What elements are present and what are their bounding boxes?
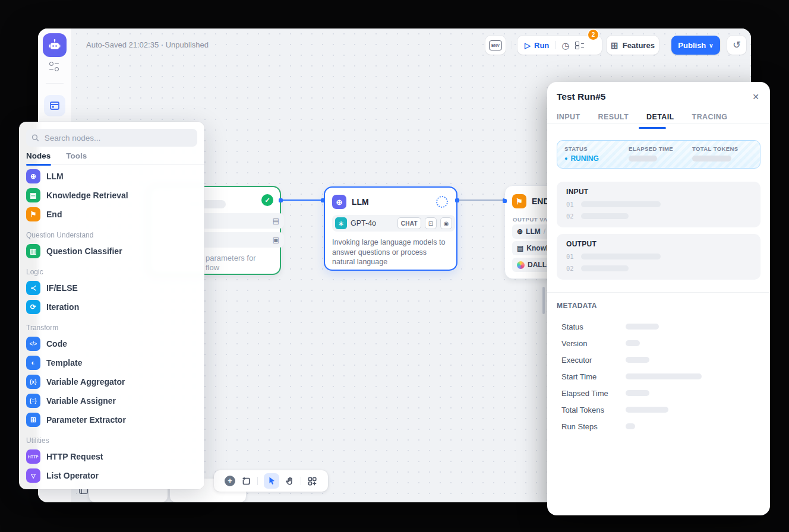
topbar-divider: [512, 41, 512, 49]
flag-icon: ⚑: [26, 207, 40, 221]
tab-result[interactable]: RESULT: [598, 113, 629, 121]
input-card: INPUT 01 02: [557, 182, 760, 227]
node-search-panel: Nodes Tools ⊕ LLM ▤ Knowledge Retrieval …: [19, 122, 204, 489]
node-item-knowledge-retrieval[interactable]: ▤ Knowledge Retrieval: [19, 186, 204, 205]
metadata-label: Version: [561, 339, 626, 348]
node-item-template[interactable]: ◐ Template: [19, 353, 204, 372]
search-input[interactable]: [43, 133, 192, 143]
node-item-list-operator[interactable]: ▽ List Operator: [19, 466, 204, 485]
branch-icon: ≺: [26, 281, 40, 295]
skeleton-bar: [581, 213, 629, 219]
node-panel-tabs: Nodes Tools: [26, 151, 87, 160]
version-history-button[interactable]: ↺: [727, 36, 746, 55]
success-check-icon: ✓: [261, 194, 273, 206]
skeleton-bar: [626, 357, 649, 363]
copy-icon: ▣: [273, 236, 279, 244]
notification-badge: 2: [588, 30, 598, 40]
tab-nodes[interactable]: Nodes: [26, 151, 51, 160]
features-icon: ⊞: [611, 41, 618, 50]
panel-title: Test Run#5: [557, 91, 605, 102]
metadata-label: Start Time: [561, 372, 626, 381]
total-tokens-skeleton: [692, 156, 731, 162]
agent-icon: ⊡: [425, 217, 437, 229]
tab-detail[interactable]: DETAIL: [646, 113, 674, 121]
status-label: STATUS: [564, 145, 629, 152]
section-logic: Logic: [19, 261, 204, 278]
elapsed-time-skeleton: [629, 156, 657, 162]
node-item-end[interactable]: ⚑ End: [19, 205, 204, 224]
organize-layout-button[interactable]: [307, 476, 317, 486]
hand-tool-button[interactable]: [285, 476, 295, 486]
skeleton-bar: [626, 423, 635, 429]
node-item-code[interactable]: </> Code: [19, 334, 204, 353]
llm-model-row[interactable]: ∗ GPT-4o CHAT ⊡ ◉: [332, 215, 455, 232]
sliders-icon[interactable]: [49, 62, 59, 71]
metadata-label: Run Steps: [561, 422, 626, 431]
skeleton-bar: [581, 254, 661, 259]
tab-input[interactable]: INPUT: [557, 113, 580, 121]
output-card: OUTPUT 01 02: [557, 234, 760, 280]
node-item-variable-assigner[interactable]: {=} Variable Assigner: [19, 391, 204, 410]
node-item-iteration[interactable]: ⟳ Iteration: [19, 297, 204, 316]
test-run-tabs: INPUT RESULT DETAIL TRACING: [557, 113, 727, 121]
checklist-icon[interactable]: [575, 42, 584, 49]
canvas-control-toolbar: +: [214, 470, 328, 492]
skeleton-bar: [626, 324, 659, 330]
line-number: 01: [566, 253, 574, 260]
active-tab-underline: [639, 127, 666, 129]
hand-icon: [285, 476, 295, 486]
metadata-label: Status: [561, 322, 626, 331]
preview-panel-button[interactable]: [44, 95, 65, 116]
aggregator-icon: {x}: [26, 375, 40, 389]
skeleton-bar: [581, 201, 661, 207]
add-note-button[interactable]: [241, 476, 251, 486]
skeleton-bar: [581, 265, 629, 271]
loading-spinner-icon: [436, 196, 448, 208]
node-item-variable-aggregator[interactable]: {x} Variable Aggregator: [19, 372, 204, 391]
section-transform: Transform: [19, 316, 204, 334]
document-icon: ▤: [273, 217, 279, 225]
llm-node[interactable]: ⊕ LLM ∗ GPT-4o CHAT ⊡ ◉ Invoking large l…: [324, 186, 457, 271]
llm-node-description: Invoking large language models to answer…: [332, 238, 451, 267]
tab-tools[interactable]: Tools: [66, 151, 87, 160]
classifier-icon: ▥: [26, 244, 40, 258]
node-item-http-request[interactable]: HTTP HTTP Request: [19, 447, 204, 466]
active-tab-underline: [26, 164, 51, 166]
app-logo-robot-icon[interactable]: [43, 33, 67, 57]
env-button[interactable]: ENV: [485, 36, 506, 55]
assigner-icon: {=}: [26, 394, 40, 408]
autosave-status: Auto-Saved 21:02:35 · Unpublished: [86, 40, 209, 49]
features-button[interactable]: ⊞ Features: [607, 36, 659, 55]
node-item-question-classifier[interactable]: ▥ Question Classifier: [19, 242, 204, 261]
status-card: STATUS ● RUNING ELAPSED TIME TOTAL TOKEN…: [557, 140, 760, 169]
close-icon[interactable]: ✕: [752, 92, 759, 102]
llm-icon: ⊕: [26, 169, 40, 183]
add-node-button[interactable]: +: [225, 476, 235, 486]
tabs-divider: [547, 124, 770, 124]
metadata-label: Executor: [561, 356, 626, 365]
line-number: 02: [566, 265, 574, 272]
sidebar-divider: [46, 83, 64, 84]
search-box: [26, 129, 197, 147]
robot-icon: [48, 38, 62, 52]
llm-mini-icon: ⊕: [517, 227, 523, 236]
end-node-input-handle: [503, 199, 507, 203]
node-item-llm[interactable]: ⊕ LLM: [19, 167, 204, 186]
test-run-panel: Test Run#5 ✕ INPUT RESULT DETAIL TRACING…: [547, 82, 770, 515]
node-item-parameter-extractor[interactable]: ⊞ Parameter Extractor: [19, 410, 204, 429]
openai-icon: ∗: [335, 217, 347, 229]
node-item-if-else[interactable]: ≺ IF/ELSE: [19, 278, 204, 297]
env-icon: ENV: [489, 40, 502, 50]
run-button[interactable]: ▷ Run: [525, 41, 549, 50]
status-value: ● RUNING: [564, 154, 629, 163]
template-icon: ◐: [26, 356, 40, 370]
book-icon: ▤: [26, 188, 40, 202]
pointer-tool-button[interactable]: [264, 473, 279, 489]
stopwatch-icon[interactable]: ◷: [561, 41, 569, 50]
http-icon: HTTP: [26, 449, 40, 464]
canvas-scrollbar[interactable]: [542, 287, 545, 314]
publish-button[interactable]: Publish ∨: [671, 36, 720, 55]
run-toolbar-group: ▷ Run ◷: [517, 36, 602, 55]
section-question-understand: Question Understand: [19, 224, 204, 242]
tab-tracing[interactable]: TRACING: [692, 113, 728, 121]
